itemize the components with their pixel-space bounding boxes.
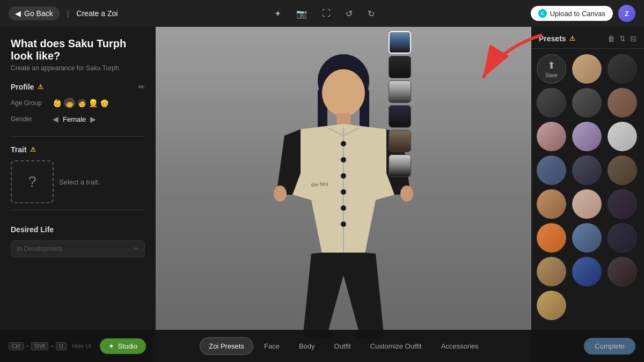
preset-avatar-21: [537, 291, 566, 320]
tab-face[interactable]: Face: [255, 338, 288, 354]
outfit-thumb-5[interactable]: [389, 130, 411, 152]
preset-avatar-8: [608, 122, 637, 151]
preset-item-21[interactable]: [537, 291, 566, 320]
outfit-thumb-6[interactable]: [389, 154, 411, 177]
preset-item-4[interactable]: [572, 88, 602, 117]
svg-point-9: [341, 157, 346, 162]
preset-item-9[interactable]: [537, 156, 566, 185]
preset-item-2[interactable]: [608, 54, 637, 84]
undo-button[interactable]: ↺: [342, 6, 356, 21]
bottom-right: Complete: [531, 338, 644, 354]
preset-avatar-19: [572, 257, 602, 286]
age-child-icon[interactable]: 🧒: [64, 98, 75, 108]
desired-life-label: Desired Life: [11, 225, 54, 234]
profile-edit-button[interactable]: ✏: [138, 83, 145, 91]
desired-life-input[interactable]: In Development ✏: [11, 240, 145, 257]
age-adult-icon[interactable]: 👱: [89, 99, 98, 107]
right-panel-actions: 🗑 ⇅ ⊟: [608, 34, 636, 43]
preset-item-1[interactable]: [572, 54, 602, 84]
complete-button[interactable]: Complete: [584, 338, 635, 354]
preset-item-17[interactable]: [608, 223, 637, 253]
age-group-label: Age Group: [11, 99, 48, 107]
outfit-strip: [386, 27, 413, 362]
trait-section-title: Trait ⚠: [11, 145, 36, 154]
trait-box-container: ? Select a trait.: [11, 160, 145, 203]
outfit-thumb-2[interactable]: [389, 56, 411, 78]
desired-life-header: Desired Life: [11, 225, 145, 234]
studio-button[interactable]: ✦ Studio: [100, 338, 146, 354]
ctrl-key: Ctrl: [9, 342, 24, 350]
magic-wand-button[interactable]: ✦: [271, 6, 284, 21]
outfit-thumb-3[interactable]: [389, 80, 411, 103]
tab-outfit[interactable]: Outfit: [326, 338, 360, 354]
redo-button[interactable]: ↻: [364, 6, 378, 21]
preset-avatar-11: [608, 156, 637, 185]
delete-preset-button[interactable]: 🗑: [608, 34, 615, 43]
svg-point-12: [341, 205, 346, 211]
fullscreen-button[interactable]: ⛶: [319, 6, 334, 20]
plus-sign-1: +: [26, 343, 29, 349]
tab-zoi-presets[interactable]: Zoi Presets: [200, 337, 253, 355]
outfit-thumb-4-preview: [389, 106, 411, 127]
preset-item-10[interactable]: [572, 156, 602, 185]
save-label: Save: [545, 72, 558, 78]
shift-key: Shift: [31, 342, 48, 350]
preset-item-11[interactable]: [608, 156, 637, 185]
outfit-thumb-1[interactable]: [389, 31, 411, 54]
profile-label: Profile: [11, 83, 34, 91]
filter-preset-button[interactable]: ⊟: [630, 34, 636, 43]
preset-item-6[interactable]: [537, 122, 566, 151]
back-icon: ◀: [15, 9, 21, 18]
trait-divider: [11, 210, 145, 210]
preset-avatar-12: [537, 189, 566, 219]
trait-warning-icon: ⚠: [30, 146, 36, 153]
preset-avatar-3: [537, 88, 566, 117]
preset-item-16[interactable]: [572, 223, 602, 253]
bottom-bar: Ctrl + Shift + U Hide UI ✦ Studio Zoi Pr…: [0, 330, 644, 362]
upload-canvas-label: Upload to Canvas: [550, 10, 605, 18]
preset-avatar-17: [608, 223, 637, 253]
left-panel: What does Saku Turph look like? Create a…: [0, 27, 156, 362]
shortcut-action: Hide UI: [72, 343, 92, 349]
user-avatar[interactable]: Z: [618, 5, 635, 22]
preset-item-13[interactable]: [572, 189, 602, 219]
gender-prev-button[interactable]: ◀: [53, 115, 58, 123]
preset-avatar-14: [608, 189, 637, 219]
sort-preset-button[interactable]: ⇅: [619, 34, 626, 43]
gender-row: Gender ◀ Female ▶: [11, 115, 145, 123]
preset-item-20[interactable]: [608, 257, 637, 286]
svg-point-13: [341, 221, 346, 227]
camera-button[interactable]: 📷: [293, 6, 310, 21]
presets-title: Presets ⚠: [539, 34, 575, 43]
preset-item-19[interactable]: [572, 257, 602, 286]
preset-avatar-9: [537, 156, 566, 185]
preset-item-18[interactable]: [537, 257, 566, 286]
presets-title-label: Presets: [539, 34, 566, 43]
preset-item-7[interactable]: [572, 122, 602, 151]
presets-grid: ⬆ Save: [531, 49, 644, 362]
tab-accessories[interactable]: Accessories: [433, 338, 487, 354]
upload-canvas-button[interactable]: C Upload to Canvas: [531, 6, 613, 21]
toolbar: ✦ 📷 ⛶ ↺ ↻: [118, 6, 530, 21]
age-teen-icon[interactable]: 🧑: [77, 99, 86, 107]
preset-item-5[interactable]: [608, 88, 637, 117]
preset-avatar-10: [572, 156, 602, 185]
preset-item-3[interactable]: [537, 88, 566, 117]
tab-body[interactable]: Body: [290, 338, 324, 354]
preset-item-15[interactable]: [537, 223, 566, 253]
age-elder-icon[interactable]: 👴: [100, 99, 109, 107]
preset-avatar-15: [537, 223, 566, 253]
outfit-thumb-4[interactable]: [389, 105, 411, 128]
save-preset-button[interactable]: ⬆ Save: [537, 54, 566, 84]
tab-customize-outfit[interactable]: Customize Outfit: [362, 338, 430, 354]
outfit-thumb-3-preview: [389, 81, 411, 102]
trait-select-label[interactable]: Select a trait.: [59, 178, 100, 186]
main-content: What does Saku Turph look like? Create a…: [0, 27, 644, 362]
trait-question-box[interactable]: ?: [11, 160, 54, 203]
gender-next-button[interactable]: ▶: [90, 115, 96, 123]
preset-item-12[interactable]: [537, 189, 566, 219]
back-button[interactable]: ◀ Go Back: [9, 6, 60, 20]
age-baby-icon[interactable]: 👶: [53, 99, 62, 107]
preset-item-8[interactable]: [608, 122, 637, 151]
preset-item-14[interactable]: [608, 189, 637, 219]
